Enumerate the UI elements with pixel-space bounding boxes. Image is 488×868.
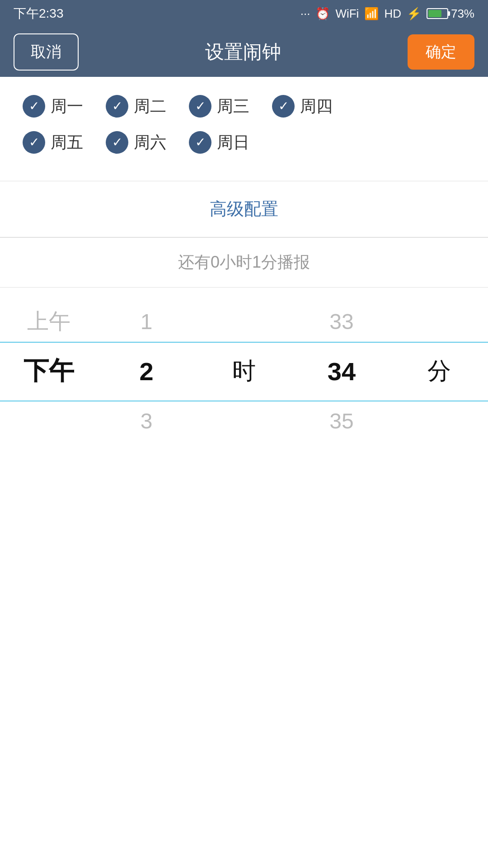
minute-above: 33 [293,297,390,346]
tuesday-label: 周二 [134,95,166,118]
hour-below: 3 [98,396,195,446]
ampm-below [0,396,98,446]
picker-row-below: 3 35 [0,396,488,446]
monday-check-icon: ✓ [29,100,39,113]
hour-selected: 2 [98,346,195,396]
wednesday-checkbox: ✓ [189,95,211,118]
confirm-button[interactable]: 确定 [408,34,474,70]
sunday-label: 周日 [217,132,249,154]
friday-label: 周五 [51,132,83,154]
picker-line-bottom [0,401,488,401]
day-sunday[interactable]: ✓ 周日 [189,131,249,154]
status-bar: 下午2:33 ··· ⏰ WiFi 📶 HD ⚡ 73% [0,0,488,27]
minute-below: 35 [293,396,390,446]
battery-icon [427,8,448,19]
hour-label-above [195,297,293,346]
page-title: 设置闹钟 [205,39,281,65]
hour-label-below [195,396,293,446]
sunday-checkbox: ✓ [189,131,211,154]
picker-line-top [0,342,488,343]
day-tuesday[interactable]: ✓ 周二 [106,95,166,118]
tuesday-check-icon: ✓ [112,100,122,113]
alarm-icon: ⏰ [315,7,330,21]
countdown-display: 还有0小时1分播报 [0,237,488,288]
friday-check-icon: ✓ [29,136,39,149]
day-monday[interactable]: ✓ 周一 [23,95,83,118]
cancel-button[interactable]: 取消 [14,33,79,71]
time-picker[interactable]: 上午 1 33 下午 2 时 34 分 3 35 [0,288,488,455]
sunday-check-icon: ✓ [195,136,206,149]
hour-above: 1 [98,297,195,346]
hour-label-selected: 时 [195,346,293,396]
minute-label-selected: 分 [390,346,488,396]
tuesday-checkbox: ✓ [106,95,128,118]
wednesday-label: 周三 [217,95,249,118]
status-time: 下午2:33 [14,5,64,22]
countdown-text: 还有0小时1分播报 [178,253,310,271]
minute-label-above [390,297,488,346]
days-row-1: ✓ 周一 ✓ 周二 ✓ 周三 ✓ 周四 [23,95,465,118]
bolt-icon: ⚡ [407,7,421,21]
picker-row-above: 上午 1 33 [0,297,488,346]
signal-dots-icon: ··· [300,7,310,21]
day-saturday[interactable]: ✓ 周六 [106,131,166,154]
minute-selected: 34 [293,346,390,396]
thursday-label: 周四 [300,95,333,118]
battery-fill [428,10,441,17]
ampm-selected: 下午 [0,346,98,396]
picker-row-selected: 下午 2 时 34 分 [0,346,488,396]
wednesday-check-icon: ✓ [195,100,206,113]
hd-label: HD [384,7,401,21]
app-header: 取消 设置闹钟 确定 [0,27,488,77]
day-wednesday[interactable]: ✓ 周三 [189,95,249,118]
battery-indicator: 73% [427,7,474,21]
friday-checkbox: ✓ [23,131,45,154]
day-thursday[interactable]: ✓ 周四 [272,95,333,118]
days-row-2: ✓ 周五 ✓ 周六 ✓ 周日 [23,131,465,154]
minute-label-below [390,396,488,446]
signal-icon: 📶 [364,7,379,21]
saturday-label: 周六 [134,132,166,154]
day-friday[interactable]: ✓ 周五 [23,131,83,154]
days-section: ✓ 周一 ✓ 周二 ✓ 周三 ✓ 周四 ✓ 周五 [0,77,488,181]
advanced-config-label: 高级配置 [210,199,278,218]
battery-percent: 73% [451,7,474,21]
wifi-icon: WiFi [335,7,359,21]
saturday-check-icon: ✓ [112,136,122,149]
thursday-check-icon: ✓ [278,100,289,113]
saturday-checkbox: ✓ [106,131,128,154]
thursday-checkbox: ✓ [272,95,295,118]
advanced-config-button[interactable]: 高级配置 [0,181,488,237]
monday-label: 周一 [51,95,83,118]
ampm-above: 上午 [0,297,98,346]
status-icons: ··· ⏰ WiFi 📶 HD ⚡ 73% [300,7,474,21]
monday-checkbox: ✓ [23,95,45,118]
